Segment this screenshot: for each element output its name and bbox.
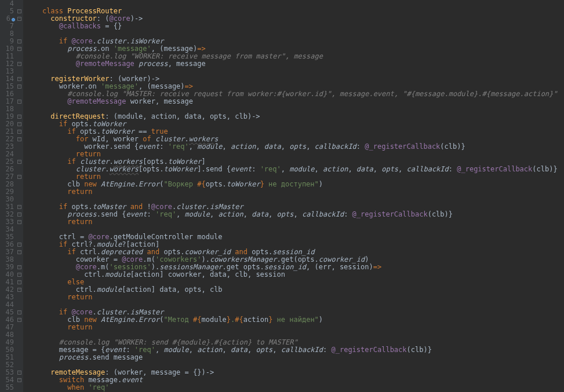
fold-toggle-icon[interactable]: −: [17, 265, 21, 269]
line-number-gutter[interactable]: 4567891011121314151617181920212223242526…: [0, 0, 16, 392]
fold-toggle-icon[interactable]: −: [17, 85, 21, 89]
fold-toggle-icon[interactable]: −: [17, 62, 21, 66]
fold-toggle-icon[interactable]: −: [17, 371, 21, 375]
fold-toggle-icon[interactable]: −: [17, 318, 21, 322]
fold-toggle-icon[interactable]: −: [17, 213, 21, 217]
code-line[interactable]: process.send message: [26, 354, 558, 361]
fold-toggle-icon[interactable]: −: [17, 122, 21, 126]
fold-toggle-icon[interactable]: −: [17, 39, 21, 43]
code-line[interactable]: worker.send {event: 'req', module, actio…: [26, 143, 558, 151]
code-line[interactable]: ctrl.module[action] data, opts, clb: [26, 286, 558, 294]
code-line[interactable]: cluster.workers[opts.toWorker].send {eve…: [26, 166, 558, 173]
fold-toggle-icon[interactable]: −: [17, 130, 21, 134]
fold-toggle-icon[interactable]: −: [17, 280, 21, 284]
fold-toggle-icon[interactable]: −: [17, 310, 21, 314]
fold-toggle-icon[interactable]: −: [17, 250, 21, 254]
fold-toggle-icon[interactable]: −: [17, 160, 21, 164]
fold-toggle-icon[interactable]: −: [17, 77, 21, 81]
code-line[interactable]: return: [26, 188, 558, 196]
code-editor[interactable]: 4567891011121314151617181920212223242526…: [0, 0, 564, 392]
fold-toggle-icon[interactable]: −: [17, 273, 21, 277]
fold-toggle-icon[interactable]: −: [17, 115, 21, 119]
code-line[interactable]: return: [26, 294, 558, 301]
fold-toggle-icon[interactable]: −: [17, 205, 21, 209]
fold-toggle-icon[interactable]: −: [17, 47, 21, 51]
code-line[interactable]: return: [26, 324, 558, 331]
code-line[interactable]: @remoteMessage worker, message: [26, 98, 558, 105]
line-number[interactable]: 55: [5, 384, 14, 391]
code-line[interactable]: ctrl.module[action] coworker, data, clb,…: [26, 271, 558, 279]
code-line[interactable]: @remoteMessage process, message: [26, 60, 558, 68]
fold-toggle-icon[interactable]: −: [17, 175, 21, 179]
fold-toggle-icon[interactable]: −: [17, 9, 21, 13]
fold-toggle-icon[interactable]: −: [17, 378, 21, 382]
fold-toggle-icon[interactable]: −: [17, 17, 21, 21]
code-area[interactable]: class ProcessRouter constructor: (@core)…: [23, 0, 558, 392]
fold-toggle-icon[interactable]: −: [17, 100, 21, 104]
fold-toggle-icon[interactable]: −: [17, 220, 21, 224]
code-line[interactable]: @callbacks = {}: [26, 23, 558, 30]
fold-toggle-icon[interactable]: −: [17, 288, 21, 292]
fold-column[interactable]: −−−−−−−−−−−−−−−−−−−−−−−−−−−: [16, 0, 23, 392]
code-line[interactable]: return: [26, 218, 558, 226]
code-line[interactable]: process.send {event: 'req', module, acti…: [26, 211, 558, 218]
fold-toggle-icon[interactable]: −: [17, 243, 21, 247]
code-line[interactable]: clb new AtEngine.Error("Метод #{module}.…: [26, 316, 558, 324]
fold-toggle-icon[interactable]: −: [17, 137, 21, 141]
breakpoint-icon[interactable]: [12, 18, 15, 21]
code-line[interactable]: when 'req': [26, 384, 558, 391]
code-line[interactable]: clb new AtEngine.Error("Воркер #{opts.to…: [26, 181, 558, 188]
